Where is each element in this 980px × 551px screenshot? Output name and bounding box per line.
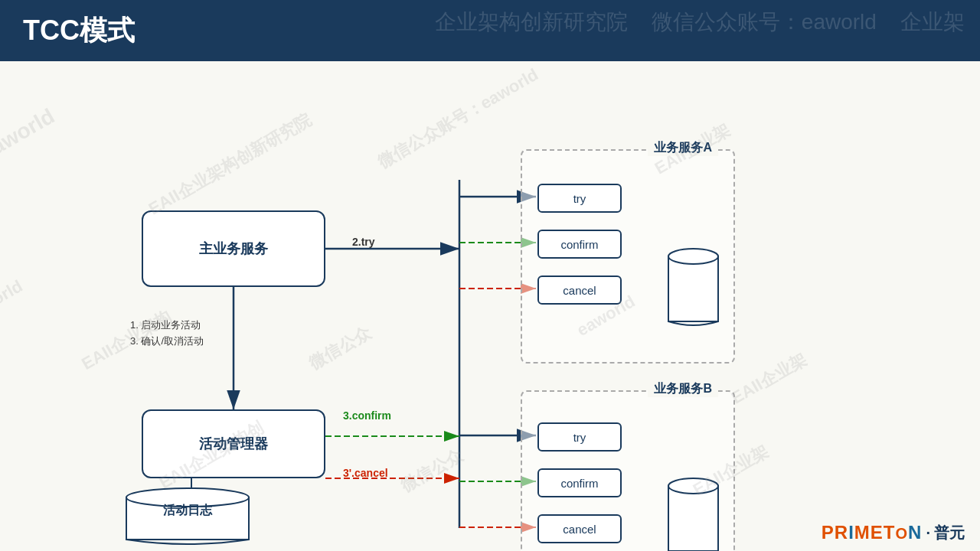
main-service-box: 主业务服务 (142, 210, 325, 287)
service-a-db (665, 243, 722, 337)
label-1-line1: 1. 启动业务活动 (130, 318, 204, 334)
label-3confirm-text: 3.confirm (343, 409, 391, 422)
main-content: eaworld EAII企业架构创新研究院 微信公众账号：eaworld EAI… (0, 61, 980, 551)
service-b-db (665, 472, 722, 551)
service-a-cancel-box: cancel (537, 276, 622, 305)
label-2try-text: 2.try (352, 236, 375, 248)
header-watermark: 企业架构创新研究院 微信公众账号：eaworld 企业架 (420, 0, 980, 44)
logo-cn: 普元 (934, 523, 965, 543)
activity-manager-box: 活动管理器 (142, 409, 325, 478)
label-1-line2: 3. 确认/取消活动 (130, 334, 204, 350)
watermark-1: eaworld (0, 104, 59, 166)
main-service-label: 主业务服务 (199, 240, 268, 258)
svg-rect-20 (668, 486, 718, 551)
service-b-try-box: try (537, 422, 622, 452)
primeton-text: PRIMETON (822, 522, 923, 543)
label-3cancel: 3'.cancel (343, 467, 388, 479)
watermark-9: EAII企业架 (727, 348, 811, 409)
svg-rect-18 (668, 256, 718, 321)
primeton-logo: PRIMETON · 普元 (822, 522, 965, 543)
service-a-label: 业务服务A (648, 140, 718, 156)
watermark-2: EAII企业架构创新研究院 (145, 109, 316, 220)
service-a-try-label: try (573, 192, 586, 205)
activity-log-label: 活动日志 (119, 503, 256, 519)
service-b-cancel-label: cancel (563, 523, 596, 536)
service-b-label: 业务服务B (648, 381, 718, 397)
service-b-confirm-label: confirm (560, 477, 598, 490)
service-b-confirm-box: confirm (537, 468, 622, 497)
svg-point-21 (668, 478, 718, 494)
activity-log-container: 活动日志 (119, 486, 272, 550)
service-a-confirm-box: confirm (537, 230, 622, 259)
watermark-7: 微信公众 (305, 321, 374, 375)
header: TCC模式 企业架构创新研究院 微信公众账号：eaworld 企业架 (0, 0, 980, 61)
page-title: TCC模式 (23, 12, 135, 50)
watermark-11: 微信公众 (397, 444, 466, 497)
label-3confirm: 3.confirm (343, 409, 391, 422)
service-b-container: 业务服务B try confirm cancel (521, 390, 735, 551)
watermark-5: eaworld (0, 276, 26, 325)
service-a-confirm-label: confirm (560, 238, 598, 251)
service-b-try-label: try (573, 431, 586, 444)
activity-manager-label: 活动管理器 (199, 435, 268, 453)
svg-point-19 (668, 249, 718, 264)
watermark-3: 微信公众账号：eaworld (374, 64, 542, 174)
service-a-cancel-label: cancel (563, 284, 596, 297)
label-1start: 1. 启动业务活动 3. 确认/取消活动 (130, 318, 204, 350)
label-3cancel-text: 3'.cancel (343, 467, 388, 479)
label-2try: 2.try (352, 236, 375, 248)
service-b-cancel-box: cancel (537, 514, 622, 543)
footer: PRIMETON · 普元 (822, 522, 965, 543)
service-a-try-box: try (537, 184, 622, 213)
logo-separator: · (926, 524, 930, 542)
service-a-container: 业务服务A try confirm cancel (521, 149, 735, 364)
